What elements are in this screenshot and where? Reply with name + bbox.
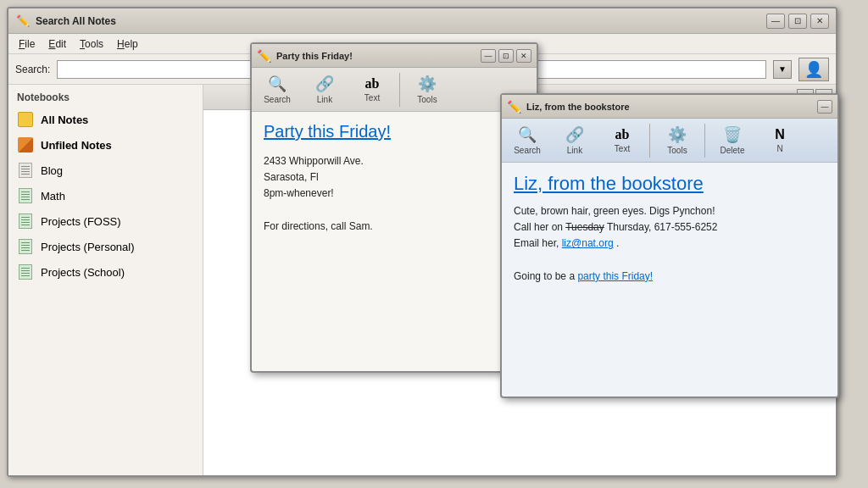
search-label: Search:: [15, 64, 50, 75]
projects-foss-icon: [17, 213, 34, 230]
party-minimize-button[interactable]: —: [481, 49, 496, 63]
party-title-bar: ✏️ Party this Friday! — ⊡ ✕: [252, 44, 537, 68]
party-text-label: Text: [364, 93, 380, 103]
party-search-label: Search: [264, 95, 291, 104]
app-icon: ✏️: [15, 14, 31, 29]
party-link-icon: 🔗: [315, 75, 334, 93]
sidebar-item-projects-school[interactable]: Projects (School): [8, 259, 203, 285]
liz-toolbar-sep-2: [704, 124, 705, 158]
party-search-button[interactable]: 🔍 Search: [255, 70, 299, 109]
sidebar-item-projects-personal[interactable]: Projects (Personal): [8, 234, 203, 259]
party-text-icon: ab: [365, 76, 380, 92]
party-note-title-link[interactable]: Party this Friday!: [264, 122, 525, 141]
party-link-button[interactable]: 🔗 Link: [303, 70, 347, 109]
liz-n-icon: N: [775, 127, 785, 142]
liz-link-label: Link: [567, 146, 582, 155]
party-tools-icon: ⚙️: [418, 75, 437, 93]
liz-note-icon: ✏️: [507, 100, 521, 114]
sidebar-item-all-notes[interactable]: All Notes: [8, 107, 203, 132]
search-person-button[interactable]: 👤: [798, 58, 829, 81]
liz-search-label: Search: [514, 146, 541, 155]
party-text-button[interactable]: ab Text: [350, 70, 394, 109]
restore-button[interactable]: ⊡: [788, 14, 807, 29]
liz-going-prefix: Going to be a: [514, 270, 577, 282]
liz-line1: Cute, brown hair, green eyes. Digs Pynch…: [514, 203, 826, 219]
party-toolbar: 🔍 Search 🔗 Link ab Text ⚙️ Tools: [252, 68, 537, 112]
menu-help[interactable]: Help: [110, 36, 145, 52]
liz-line4: Going to be a party this Friday!: [514, 269, 826, 285]
liz-note-content: Liz, from the bookstore Cute, brown hair…: [502, 163, 837, 396]
liz-delete-icon: 🗑️: [723, 125, 742, 144]
party-search-icon: 🔍: [268, 75, 287, 93]
liz-window-controls: —: [817, 100, 832, 114]
party-note-body: 2433 Whipporwill Ave. Sarasota, Fl 8pm-w…: [264, 153, 525, 235]
party-note-icon: ✏️: [257, 49, 271, 63]
liz-call-prefix: Call her on: [514, 221, 565, 233]
projects-personal-label: Projects (Personal): [41, 241, 135, 253]
menu-tools[interactable]: Tools: [73, 36, 110, 52]
projects-school-label: Projects (School): [41, 266, 125, 279]
party-directions: For directions, call Sam.: [264, 219, 525, 235]
sidebar-item-unfiled[interactable]: Unfiled Notes: [8, 132, 203, 158]
liz-email-link[interactable]: liz@nat.org: [562, 237, 614, 249]
liz-line2: Call her on Tuesday Thursday, 617-555-62…: [514, 219, 826, 236]
party-tools-label: Tools: [417, 95, 437, 104]
liz-search-icon: 🔍: [518, 125, 537, 144]
liz-delete-label: Delete: [721, 146, 745, 155]
sidebar-item-math[interactable]: Math: [8, 183, 203, 208]
liz-note-window: ✏️ Liz, from the bookstore — 🔍 Search 🔗 …: [500, 93, 839, 398]
liz-thursday: Thursday, 617-555-6252: [607, 221, 718, 233]
main-title-bar: ✏️ Search All Notes — ⊡ ✕: [8, 8, 836, 34]
main-window-controls: — ⊡ ✕: [766, 14, 829, 29]
liz-note-title: Liz, from the bookstore: [526, 102, 812, 112]
party-tools-button[interactable]: ⚙️ Tools: [405, 70, 449, 109]
math-icon: [17, 187, 34, 204]
search-dropdown-button[interactable]: ▼: [773, 60, 792, 79]
party-close-button[interactable]: ✕: [516, 49, 531, 63]
main-window-title: Search All Notes: [36, 15, 766, 27]
blog-label: Blog: [41, 164, 63, 177]
menu-edit[interactable]: Edit: [42, 36, 73, 52]
liz-link-button[interactable]: 🔗 Link: [553, 121, 597, 160]
liz-party-link[interactable]: party this Friday!: [577, 270, 653, 282]
party-note-window: ✏️ Party this Friday! — ⊡ ✕ 🔍 Search 🔗 L…: [250, 42, 538, 373]
liz-link-icon: 🔗: [565, 125, 584, 144]
liz-tools-icon: ⚙️: [668, 125, 687, 144]
party-restore-button[interactable]: ⊡: [498, 49, 514, 63]
party-link-label: Link: [317, 95, 332, 104]
liz-email-suffix: .: [616, 237, 619, 249]
menu-file[interactable]: File: [12, 36, 42, 52]
sidebar: Notebooks All Notes Unfiled Notes Blog: [8, 85, 203, 475]
liz-delete-button[interactable]: 🗑️ Delete: [710, 121, 754, 160]
notebooks-header: Notebooks: [8, 85, 203, 107]
close-button[interactable]: ✕: [810, 14, 829, 29]
toolbar-sep-1: [399, 73, 400, 107]
liz-toolbar-sep-1: [649, 124, 650, 158]
liz-n-button[interactable]: N N: [758, 121, 802, 160]
liz-line3: Email her, liz@nat.org .: [514, 236, 826, 252]
blog-icon: [17, 162, 34, 179]
party-window-controls: — ⊡ ✕: [481, 49, 531, 63]
liz-text-icon: ab: [615, 127, 630, 142]
all-notes-icon: [17, 111, 34, 128]
unfiled-icon: [17, 136, 34, 153]
sidebar-item-projects-foss[interactable]: Projects (FOSS): [8, 208, 203, 234]
projects-school-icon: [17, 263, 34, 280]
liz-tuesday: Tuesday: [565, 221, 604, 233]
math-label: Math: [41, 190, 65, 202]
minimize-button[interactable]: —: [766, 14, 785, 29]
projects-foss-label: Projects (FOSS): [41, 215, 121, 228]
unfiled-label: Unfiled Notes: [41, 139, 112, 152]
liz-search-button[interactable]: 🔍 Search: [505, 121, 549, 160]
liz-tools-button[interactable]: ⚙️ Tools: [655, 121, 699, 160]
liz-note-title-link[interactable]: Liz, from the bookstore: [514, 173, 826, 195]
liz-email-prefix: Email her,: [514, 237, 562, 249]
all-notes-label: All Notes: [41, 114, 88, 126]
liz-tools-label: Tools: [667, 146, 687, 155]
sidebar-item-blog[interactable]: Blog: [8, 158, 203, 183]
liz-title-bar: ✏️ Liz, from the bookstore —: [502, 95, 837, 119]
liz-text-button[interactable]: ab Text: [600, 121, 644, 160]
liz-minimize-button[interactable]: —: [817, 100, 832, 114]
party-note-content: Party this Friday! 2433 Whipporwill Ave.…: [252, 112, 537, 371]
party-address-line1: 2433 Whipporwill Ave.: [264, 153, 525, 169]
